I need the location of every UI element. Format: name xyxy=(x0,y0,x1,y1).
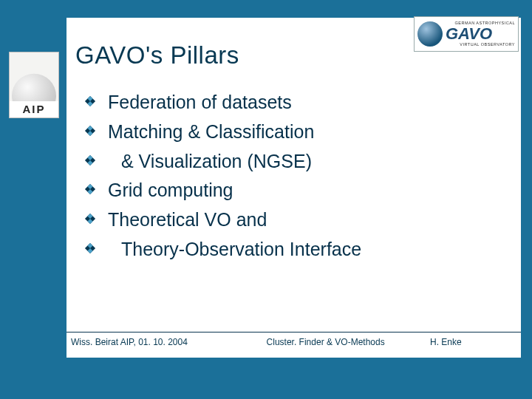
diamond-bullet-icon xyxy=(84,154,98,168)
gavo-logo: GERMAN ASTROPHYSICAL GAVO VIRTUAL OBSERV… xyxy=(414,16,519,52)
globe-icon xyxy=(417,21,443,47)
bullet-text: Matching & Classification xyxy=(108,120,314,145)
bullet-text: Federation of datasets xyxy=(108,90,292,115)
dome-image xyxy=(10,52,58,101)
aip-logo: AIP xyxy=(9,52,59,118)
slide-panel: GAVO's Pillars Federation of datasets Ma… xyxy=(66,18,521,358)
bullet-text: Grid computing xyxy=(108,178,233,203)
bullet-text: Theory-Observation Interface xyxy=(108,237,361,262)
aip-logo-label: AIP xyxy=(10,101,58,117)
bullet-list: Federation of datasets Matching & Classi… xyxy=(66,90,521,262)
diamond-bullet-icon xyxy=(84,95,98,109)
list-item: Matching & Classification xyxy=(84,120,521,145)
footer-left: Wiss. Beirat AIP, 01. 10. 2004 xyxy=(66,337,267,347)
footer-right: H. Enke xyxy=(430,337,521,347)
diamond-bullet-icon xyxy=(84,213,98,226)
gavo-main: GAVO xyxy=(446,26,515,42)
footer-center: Cluster. Finder & VO-Methods xyxy=(267,337,430,347)
diamond-bullet-icon xyxy=(84,125,98,138)
gavo-sub: VIRTUAL OBSERVATORY xyxy=(446,43,515,47)
slide-footer: Wiss. Beirat AIP, 01. 10. 2004 Cluster. … xyxy=(66,332,521,347)
list-item: Grid computing xyxy=(84,178,521,203)
bullet-text: & Visualization (NGSE) xyxy=(108,149,312,174)
list-item: Theory-Observation Interface xyxy=(84,237,521,262)
diamond-bullet-icon xyxy=(84,183,98,197)
gavo-logo-text: GERMAN ASTROPHYSICAL GAVO VIRTUAL OBSERV… xyxy=(446,21,515,47)
list-item: & Visualization (NGSE) xyxy=(84,149,521,174)
list-item: Federation of datasets xyxy=(84,90,521,115)
diamond-bullet-icon xyxy=(84,242,98,256)
bullet-text: Theoretical VO and xyxy=(108,208,267,233)
list-item: Theoretical VO and xyxy=(84,208,521,233)
